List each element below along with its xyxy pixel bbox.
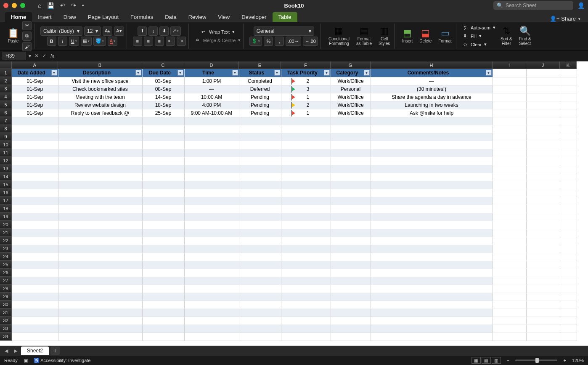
- cell-D9[interactable]: [184, 133, 239, 141]
- clear-button[interactable]: ◇Clear▾: [462, 41, 495, 48]
- cell-I23[interactable]: [493, 245, 526, 253]
- cell-B23[interactable]: [58, 245, 142, 253]
- view-page-layout-button[interactable]: ▤: [482, 357, 491, 364]
- cell-F17[interactable]: [281, 197, 331, 205]
- column-header-H[interactable]: H: [371, 61, 493, 69]
- cell-B27[interactable]: [58, 277, 142, 285]
- cell-J14[interactable]: [526, 173, 560, 181]
- row-header-14[interactable]: 14: [0, 173, 12, 181]
- cell-D7[interactable]: [184, 117, 239, 125]
- cell-A4[interactable]: 01-Sep: [12, 93, 58, 101]
- cell-E4[interactable]: Pending: [239, 93, 281, 101]
- cell-F28[interactable]: [281, 285, 331, 293]
- column-header-J[interactable]: J: [526, 61, 560, 69]
- cell-C21[interactable]: [142, 229, 184, 237]
- cell-D15[interactable]: [184, 181, 239, 189]
- cell-C20[interactable]: [142, 221, 184, 229]
- cell-A15[interactable]: [12, 181, 58, 189]
- row-header-27[interactable]: 27: [0, 277, 12, 285]
- cell-A20[interactable]: [12, 221, 58, 229]
- align-right-button[interactable]: ≡: [155, 37, 164, 46]
- filter-button[interactable]: ▼: [177, 70, 183, 76]
- cell-G2[interactable]: Work/Office: [331, 77, 371, 85]
- cell-J18[interactable]: [526, 205, 560, 213]
- cell-E34[interactable]: [239, 333, 281, 341]
- cell-G10[interactable]: [331, 141, 371, 149]
- cell-A8[interactable]: [12, 125, 58, 133]
- font-color-button[interactable]: A▾: [108, 37, 117, 46]
- cell-I27[interactable]: [493, 277, 526, 285]
- cell-J19[interactable]: [526, 213, 560, 221]
- undo-icon[interactable]: ↶: [60, 2, 65, 9]
- confirm-formula-icon[interactable]: ✓: [42, 53, 46, 59]
- filter-button[interactable]: ▼: [364, 70, 370, 76]
- cell-G19[interactable]: [331, 213, 371, 221]
- cell-A1[interactable]: Date Added▼: [12, 69, 58, 77]
- cell-H30[interactable]: [371, 301, 493, 309]
- row-header-1[interactable]: 1: [0, 69, 12, 77]
- cell-J27[interactable]: [526, 277, 560, 285]
- cell-D32[interactable]: [184, 317, 239, 325]
- row-header-19[interactable]: 19: [0, 213, 12, 221]
- cell-H2[interactable]: —: [371, 77, 493, 85]
- row-header-5[interactable]: 5: [0, 101, 12, 109]
- cell-H34[interactable]: [371, 333, 493, 341]
- cell-F12[interactable]: [281, 157, 331, 165]
- cell-D1[interactable]: Time▼: [184, 69, 239, 77]
- cell-K30[interactable]: [560, 301, 577, 309]
- cell-J33[interactable]: [526, 325, 560, 333]
- cell-A32[interactable]: [12, 317, 58, 325]
- cell-D11[interactable]: [184, 149, 239, 157]
- tab-view[interactable]: View: [212, 12, 236, 22]
- filter-button[interactable]: ▼: [51, 70, 57, 76]
- cell-F11[interactable]: [281, 149, 331, 157]
- cell-D14[interactable]: [184, 173, 239, 181]
- cell-H28[interactable]: [371, 285, 493, 293]
- cell-G5[interactable]: Work/Office: [331, 101, 371, 109]
- grid[interactable]: Date Added▼Description▼Due Date▼Time▼Sta…: [12, 69, 577, 341]
- cell-B26[interactable]: [58, 269, 142, 277]
- cell-G20[interactable]: [331, 221, 371, 229]
- cell-K9[interactable]: [560, 133, 577, 141]
- delete-cells-button[interactable]: ⬓Delete: [418, 29, 433, 43]
- cell-E7[interactable]: [239, 117, 281, 125]
- minimize-icon[interactable]: [12, 3, 17, 8]
- cell-F25[interactable]: [281, 261, 331, 269]
- cell-E14[interactable]: [239, 173, 281, 181]
- cell-F22[interactable]: [281, 237, 331, 245]
- cell-C2[interactable]: 03-Sep: [142, 77, 184, 85]
- cell-K5[interactable]: [560, 101, 577, 109]
- view-page-break-button[interactable]: ▥: [492, 357, 501, 364]
- cell-A22[interactable]: [12, 237, 58, 245]
- cell-F4[interactable]: 1: [281, 93, 331, 101]
- cell-D13[interactable]: [184, 165, 239, 173]
- zoom-in-button[interactable]: +: [563, 358, 566, 363]
- cell-F19[interactable]: [281, 213, 331, 221]
- cell-K24[interactable]: [560, 253, 577, 261]
- redo-icon[interactable]: ↷: [71, 2, 76, 9]
- cell-J2[interactable]: [526, 77, 560, 85]
- cell-C3[interactable]: 08-Sep: [142, 85, 184, 93]
- cell-C16[interactable]: [142, 189, 184, 197]
- cell-E25[interactable]: [239, 261, 281, 269]
- cell-B18[interactable]: [58, 205, 142, 213]
- cell-B14[interactable]: [58, 173, 142, 181]
- row-header-29[interactable]: 29: [0, 293, 12, 301]
- column-header-I[interactable]: I: [493, 61, 526, 69]
- cell-B22[interactable]: [58, 237, 142, 245]
- wrap-text-button[interactable]: ↩Wrap Text▾: [201, 28, 235, 36]
- cell-D24[interactable]: [184, 253, 239, 261]
- cell-E30[interactable]: [239, 301, 281, 309]
- cell-J8[interactable]: [526, 125, 560, 133]
- cell-G16[interactable]: [331, 189, 371, 197]
- conditional-formatting-button[interactable]: ▦Conditional Formatting: [327, 26, 351, 46]
- cell-H4[interactable]: Share the agenda a day in advance: [371, 93, 493, 101]
- cell-B32[interactable]: [58, 317, 142, 325]
- cell-A21[interactable]: [12, 229, 58, 237]
- cell-D26[interactable]: [184, 269, 239, 277]
- qat-dropdown-icon[interactable]: ▾: [82, 3, 84, 8]
- row-header-24[interactable]: 24: [0, 253, 12, 261]
- cell-A6[interactable]: 01-Sep: [12, 109, 58, 117]
- cell-F9[interactable]: [281, 133, 331, 141]
- accessibility-status[interactable]: ♿ Accessibility: Investigate: [34, 358, 91, 363]
